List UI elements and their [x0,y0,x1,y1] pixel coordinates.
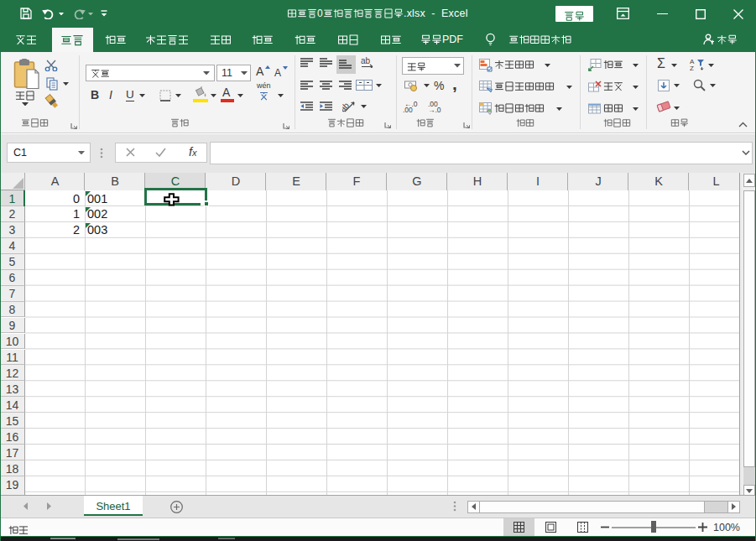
svg-text:.00: .00 [403,106,413,112]
svg-text:→.0: →.0 [428,106,441,112]
svg-text:Z: Z [690,65,694,70]
svg-text:ab: ab [361,57,371,65]
